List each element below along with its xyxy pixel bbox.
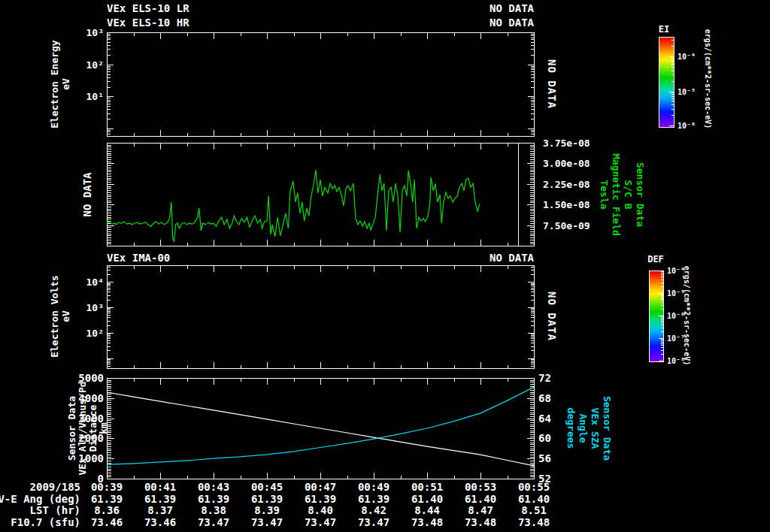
row-value: 73.46 [144,517,176,528]
ima-ylabel: Electron VoltseV [49,275,71,358]
orbit-right-tick-label: 60 [538,433,551,444]
row-value: 73.46 [91,517,123,528]
time-label: 00:43 [198,482,229,493]
mag-ytick-label: 2.25e-08 [543,178,590,189]
row-value: 73.47 [358,517,390,528]
els-colorbar-title: EI [648,25,680,35]
ima-colorbar-title: DEF [640,255,671,264]
ima-no-data-label: NO DATA [546,292,557,341]
ima-colorbar-tick-label: 10⁻⁸ [667,355,685,367]
row-value: 73.48 [465,517,496,528]
ima-ytick-label: 10² [86,327,104,338]
els-ytick-label: 10¹ [86,91,104,102]
row-value: 8.36 [94,505,120,516]
els-spectrogram-panel [107,32,535,137]
ima-colorbar-tick-label: 10⁻⁶ [667,310,685,322]
orbit-right-tick-label: 72 [538,373,551,384]
row-value: 8.51 [521,505,547,516]
time-label: 00:47 [305,482,336,493]
orbit-right-label-line: Sensor Data [601,396,613,461]
mag-right-label-line: Sensor Data [634,153,646,236]
els-ytick-label: 10³ [86,27,104,38]
ima-colorbar-tick-label: 10⁻⁵ [667,288,685,299]
vex-browse-plot-screen: VEx ELS-10 LR VEx ELS-10 HR NO DATA NO D… [0,0,770,532]
orbit-left-label: Sensor DataVEx Alt/Venus/PdDistancekm [67,381,109,475]
row-value: 61.40 [465,494,496,505]
row-label: LST (hr) [30,505,80,516]
mag-ytick-label: 3.75e-08 [543,138,590,149]
mag-right-label-line: Tesla [598,153,610,236]
ima-ylabel-line: Electron Volts [49,275,60,358]
row-value: 73.48 [518,517,550,528]
date-label: 2009/185 [30,482,80,493]
ima-no-data-label-line: NO DATA [546,292,557,341]
row-value: 61.39 [251,494,283,505]
time-label: 00:45 [251,482,283,493]
ima-status: NO DATA [490,252,534,264]
row-value: 73.47 [305,517,336,528]
row-value: 61.39 [198,494,229,505]
row-label: V-E Ang (deg) [0,494,80,505]
row-value: 8.38 [201,505,226,516]
els-ylabel-line: Electron Energy [49,40,60,128]
time-label: 00:41 [144,482,176,493]
row-value: 8.37 [147,505,173,516]
row-value: 73.48 [411,517,443,528]
row-value: 8.42 [361,505,387,516]
magnetic-field-panel [107,143,535,246]
orbit-right-tick-label: 68 [538,392,551,404]
orbit-left-label-line: Sensor Data [67,381,77,475]
els-colorbar-units-line: ergs/(cm**2-sr-sec-eV) [704,29,712,128]
mag-no-data-label-line: NO DATA [82,172,93,216]
els-colorbar [659,37,675,128]
ima-colorbar [649,271,664,362]
els-colorbar-tick-label: 10⁻⁶ [678,120,696,131]
time-label: 00:39 [91,482,123,493]
orbit-left-label-line: Distance [88,381,99,475]
altitude-trace [107,392,534,466]
orbit-right-label-line: VEx SZA [589,396,601,461]
els-ytick-label: 10² [86,59,104,70]
orbit-right-tick-label: 64 [538,413,551,424]
time-label: 00:51 [411,482,443,493]
orbit-left-label-line: km [99,381,109,475]
mag-right-label: Sensor DataS/C BMagnetic FieldTesla [598,153,646,236]
els-lr-title: VEx ELS-10 LR [107,3,189,14]
mag-no-data-label: NO DATA [82,172,93,216]
row-value: 61.39 [144,494,176,505]
els-colorbar-units: ergs/(cm**2-sr-sec-eV) [704,29,712,128]
row-value: 61.39 [305,494,336,505]
orbit-right-tick-label: 56 [538,453,551,464]
ima-ylabel-line: eV [60,275,71,358]
row-value: 61.40 [518,494,550,505]
time-label: 00:55 [518,482,550,493]
row-value: 73.47 [198,517,229,528]
ima-ytick-label: 10⁴ [86,277,104,288]
ima-colorbar-tick-label: 10⁻⁴ [667,265,685,277]
row-value: 8.39 [254,505,280,516]
els-colorbar-tick-label: 10⁻⁴ [678,51,696,62]
mag-ytick-label: 7.50e-09 [543,219,590,231]
els-no-data-label: NO DATA [546,59,557,109]
els-hr-title: VEx ELS-10 HR [107,17,189,29]
ima-colorbar-tick-label: 10⁻⁷ [667,333,685,344]
row-value: 61.39 [358,494,390,505]
orbit-right-label: Sensor DataVEx SZAAngledegrees [565,396,613,461]
mag-right-label-line: S/C B [622,153,634,236]
row-value: 8.40 [308,505,333,516]
mag-right-label-line: Magnetic Field [610,153,622,236]
time-label: 00:53 [465,482,496,493]
els-ylabel: Electron EnergyeV [49,40,71,128]
row-value: 61.40 [411,494,443,505]
orbit-right-label-line: Angle [577,396,589,461]
els-lr-status: NO DATA [490,3,534,14]
orbit-right-label-line: degrees [565,396,577,461]
row-value: 8.44 [414,505,440,516]
els-no-data-label-line: NO DATA [546,59,557,109]
row-label: F10.7 (sfu) [11,517,80,528]
ima-spectrogram-panel [107,265,535,369]
time-label: 00:49 [358,482,390,493]
row-value: 73.47 [251,517,283,528]
orbit-panel [107,378,535,479]
ima-title: VEx IMA-00 [107,252,170,264]
